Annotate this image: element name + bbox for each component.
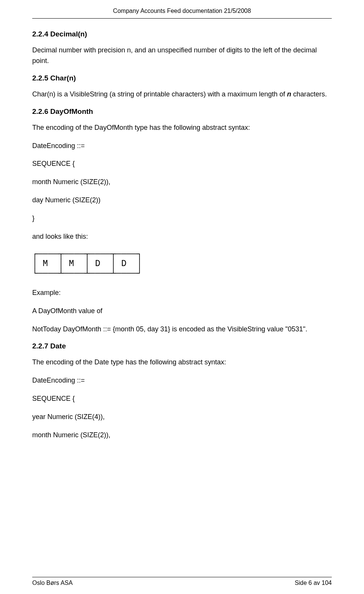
dom-line2: SEQUENCE { bbox=[32, 159, 332, 169]
page-header: Company Accounts Feed documentation 21/5… bbox=[32, 8, 332, 14]
dom-looks: and looks like this: bbox=[32, 232, 332, 242]
char-text-pre: Char(n) is a VisibleString (a string of … bbox=[32, 90, 287, 98]
page: Company Accounts Feed documentation 21/5… bbox=[0, 0, 364, 594]
dom-example-label: Example: bbox=[32, 288, 332, 298]
paragraph-char: Char(n) is a VisibleString (a string of … bbox=[32, 89, 332, 100]
footer-right: Side 6 av 104 bbox=[295, 580, 332, 586]
dom-line1: DateEncoding ::= bbox=[32, 141, 332, 151]
heading-date: 2.2.7 Date bbox=[32, 342, 332, 350]
dayofmonth-intro: The encoding of the DayOfMonth type has … bbox=[32, 123, 332, 133]
dom-example-body1: A DayOfMonth value of bbox=[32, 306, 332, 317]
header-rule bbox=[32, 18, 332, 19]
heading-char: 2.2.5 Char(n) bbox=[32, 74, 332, 82]
dom-line4: day Numeric (SIZE(2)) bbox=[32, 195, 332, 206]
dom-example-body2: NotToday DayOfMonth ::= {month 05, day 3… bbox=[32, 324, 332, 335]
footer-left: Oslo Børs ASA bbox=[32, 580, 73, 586]
date-line3: year Numeric (SIZE(4)), bbox=[32, 412, 332, 422]
footer-rule bbox=[32, 577, 332, 577]
footer-row: Oslo Børs ASA Side 6 av 104 bbox=[32, 580, 332, 586]
paragraph-decimal: Decimal number with precision n, and an … bbox=[32, 45, 332, 66]
date-line1: DateEncoding ::= bbox=[32, 375, 332, 386]
dom-line5: } bbox=[32, 213, 332, 224]
footer: Oslo Børs ASA Side 6 av 104 bbox=[32, 577, 332, 586]
char-text-post: characters. bbox=[291, 90, 327, 98]
date-line4: month Numeric (SIZE(2)), bbox=[32, 430, 332, 441]
heading-dayofmonth: 2.2.6 DayOfMonth bbox=[32, 107, 332, 116]
dom-line3: month Numeric (SIZE(2)), bbox=[32, 177, 332, 187]
heading-decimal: 2.2.4 Decimal(n) bbox=[32, 30, 332, 38]
char-bold-n: n bbox=[287, 90, 291, 98]
dom-diagram: ┌────┬────┬────┬────┐ │ M │ M │ D │ D │ … bbox=[32, 250, 332, 279]
date-line2: SEQUENCE { bbox=[32, 394, 332, 404]
date-intro: The encoding of the Date type has the fo… bbox=[32, 357, 332, 368]
